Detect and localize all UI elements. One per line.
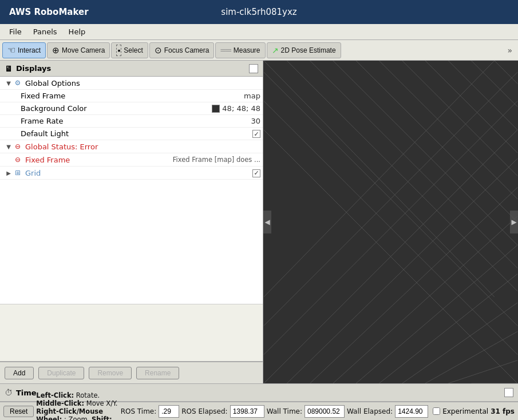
ruler-icon: ══ [220, 46, 231, 54]
wall-elapsed-field: Wall Elapsed: [347, 405, 428, 418]
svg-rect-0 [264, 61, 517, 383]
displays-lower-panel [0, 304, 263, 361]
3d-view-panel[interactable]: ◀ ▶ [263, 61, 518, 383]
title-bar: AWS RoboMaker sim-clk5rh081yxz [0, 0, 518, 24]
more-button[interactable]: » [504, 44, 516, 57]
default-light-checkbox[interactable]: ✓ [252, 130, 260, 138]
ros-elapsed-field: ROS Elapsed: [181, 405, 264, 418]
menu-help[interactable]: Help [64, 26, 90, 37]
hint-text-3: : Zoom. [64, 415, 92, 421]
panel-arrow-right[interactable]: ▶ [510, 211, 518, 233]
hint-bold-2: Middle-Click: [36, 399, 84, 407]
main-content: 🖥 Displays ▼ ⚙ Global Options Fixed Fram [0, 61, 518, 383]
grid-label: Grid [25, 169, 248, 177]
color-swatch [212, 105, 220, 113]
focus-camera-button[interactable]: ⊙ Focus Camera [149, 42, 215, 58]
fixed-frame-error-value: Fixed Frame [map] does ... [173, 156, 260, 164]
select-button[interactable]: ▪ Select [111, 42, 148, 58]
menu-bar: File Panels Help [0, 24, 518, 40]
bg-color-text: 48; 48; 48 [222, 104, 260, 113]
ros-elapsed-input[interactable] [230, 405, 264, 418]
ros-time-field: ROS Time: [121, 405, 180, 418]
default-light-label: Default Light [21, 129, 248, 138]
camera-icon: ⊕ [52, 45, 60, 56]
monitor-icon: 🖥 [5, 64, 13, 73]
focus-icon: ⊙ [155, 45, 162, 56]
displays-checkbox[interactable] [249, 64, 258, 73]
global-status-arrow[interactable]: ▼ [5, 144, 13, 150]
add-button[interactable]: Add [5, 367, 34, 379]
fixed-frame-row: Fixed Frame map [0, 90, 263, 102]
grid-checkbox-value[interactable]: ✓ [252, 168, 260, 177]
bg-color-value[interactable]: 48; 48; 48 [212, 104, 260, 113]
clock-icon: ⏱ [5, 388, 13, 397]
displays-header: 🖥 Displays [0, 61, 263, 77]
ros-time-input[interactable] [159, 405, 179, 418]
global-options-row: ▼ ⚙ Global Options [0, 77, 263, 90]
toolbar: ☜ Interact ⊕ Move Camera ▪ Select ⊙ Focu… [0, 40, 518, 61]
move-camera-button[interactable]: ⊕ Move Camera [47, 42, 110, 58]
move-camera-label: Move Camera [62, 46, 105, 54]
hint-text-2: Move X/Y. [86, 399, 118, 407]
ros-elapsed-label: ROS Elapsed: [181, 407, 227, 415]
grid-icon: ⊞ [13, 168, 23, 178]
global-status-row: ▼ ⊖ Global Status: Error [0, 140, 263, 153]
experimental-checkbox[interactable] [433, 407, 440, 415]
grid-view [263, 61, 518, 383]
select-icon: ▪ [116, 45, 121, 56]
status-bar: Reset Left-Click: Rotate. Middle-Click: … [0, 402, 518, 420]
fixed-frame-label: Fixed Frame [21, 92, 239, 100]
pose-estimate-label: 2D Pose Estimate [281, 46, 336, 54]
default-light-row: Default Light ✓ [0, 128, 263, 140]
displays-title-text: Displays [16, 64, 51, 73]
grid-arrow[interactable]: ▶ [5, 170, 13, 176]
interact-label: Interact [18, 46, 41, 54]
select-label: Select [124, 46, 143, 54]
app-name: AWS RoboMaker [9, 7, 89, 17]
grid-checkbox[interactable]: ✓ [252, 169, 260, 177]
menu-panels[interactable]: Panels [29, 26, 62, 37]
measure-label: Measure [234, 46, 260, 54]
bg-color-row: Background Color 48; 48; 48 [0, 102, 263, 115]
grid-row: ▶ ⊞ Grid ✓ [0, 167, 263, 180]
displays-title: 🖥 Displays [5, 64, 51, 73]
duplicate-button: Duplicate [38, 367, 84, 379]
error-sub-icon: ⊖ [13, 154, 23, 165]
hint-bold-4: Shift: [92, 415, 112, 421]
ros-time-label: ROS Time: [121, 407, 157, 415]
time-title: Time [16, 389, 37, 397]
error-icon: ⊖ [13, 141, 23, 152]
displays-section: 🖥 Displays ▼ ⚙ Global Options Fixed Fram [0, 61, 263, 362]
fixed-frame-value[interactable]: map [244, 92, 260, 100]
wall-elapsed-label: Wall Elapsed: [347, 407, 393, 415]
wall-time-input[interactable] [305, 405, 345, 418]
experimental-label: Experimental [442, 407, 488, 415]
rename-button: Rename [136, 367, 179, 379]
frame-rate-value[interactable]: 30 [251, 117, 260, 125]
reset-button[interactable]: Reset [3, 406, 34, 417]
hint-text-1: Rotate. [76, 391, 100, 399]
wall-elapsed-input[interactable] [395, 405, 428, 418]
panel-arrow-left[interactable]: ◀ [263, 211, 271, 233]
wall-time-field: Wall Time: [267, 405, 345, 418]
fps-display: 31 fps [491, 407, 515, 415]
focus-camera-label: Focus Camera [164, 46, 209, 54]
menu-file[interactable]: File [5, 26, 26, 37]
interact-button[interactable]: ☜ Interact [2, 42, 46, 58]
displays-buttons-row: Add Duplicate Remove Rename [0, 362, 263, 383]
time-expand-button[interactable] [504, 388, 513, 397]
pose-estimate-button[interactable]: ↗ 2D Pose Estimate [267, 42, 341, 58]
fixed-frame-error-label: Fixed Frame [25, 156, 168, 164]
bg-color-label: Background Color [21, 104, 207, 113]
arrow-icon: ↗ [272, 46, 279, 55]
fixed-frame-error-row: ⊖ Fixed Frame Fixed Frame [map] does ... [0, 153, 263, 167]
status-hint: Left-Click: Rotate. Middle-Click: Move X… [36, 391, 118, 421]
measure-button[interactable]: ══ Measure [215, 42, 265, 58]
sim-id: sim-clk5rh081yxz [221, 7, 296, 17]
left-panel: 🖥 Displays ▼ ⚙ Global Options Fixed Fram [0, 61, 263, 383]
default-light-value[interactable]: ✓ [252, 129, 260, 138]
gear-icon: ⚙ [13, 78, 23, 88]
global-options-arrow[interactable]: ▼ [5, 80, 13, 86]
experimental-check[interactable]: Experimental [433, 407, 488, 415]
displays-tree: ▼ ⚙ Global Options Fixed Frame map Backg… [0, 77, 263, 304]
